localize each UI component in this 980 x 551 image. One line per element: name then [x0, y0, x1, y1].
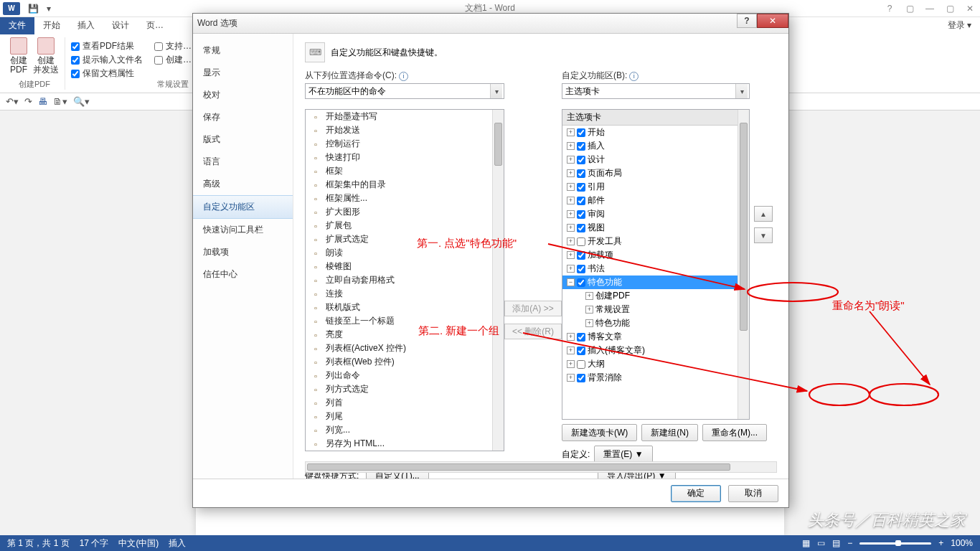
expand-icon[interactable]: +: [585, 306, 593, 314]
tree-checkbox[interactable]: [577, 360, 585, 369]
tree-item[interactable]: +页面布局: [562, 166, 749, 180]
dialog-nav-item[interactable]: 校对: [193, 84, 293, 106]
dialog-nav-item[interactable]: 常规: [193, 39, 293, 62]
move-down-button[interactable]: ▼: [754, 227, 773, 243]
dialog-nav-item[interactable]: 自定义功能区: [193, 195, 293, 219]
expand-icon[interactable]: +: [567, 333, 575, 341]
tree-item[interactable]: +背景消除: [562, 371, 749, 385]
tree-item[interactable]: +特色功能: [562, 316, 749, 330]
tree-checkbox[interactable]: [577, 347, 585, 355]
tree-scrollbar[interactable]: [738, 110, 749, 419]
info-icon[interactable]: i: [629, 72, 639, 81]
expand-icon[interactable]: +: [567, 360, 575, 368]
tree-item[interactable]: +开发工具: [562, 235, 749, 248]
dialog-nav-item[interactable]: 保存: [193, 106, 293, 128]
command-item[interactable]: ▫扩展包: [306, 219, 504, 232]
tree-item[interactable]: +插入(博客文章): [562, 344, 749, 357]
tree-checkbox[interactable]: [577, 265, 585, 273]
expand-icon[interactable]: +: [567, 169, 575, 177]
ok-button[interactable]: 确定: [671, 485, 721, 502]
command-item[interactable]: ▫列出命令: [306, 369, 504, 382]
command-item[interactable]: ▫棱锥图: [306, 260, 504, 273]
command-item[interactable]: ▫朗读: [306, 246, 504, 260]
tree-checkbox[interactable]: [577, 197, 585, 205]
tree-checkbox[interactable]: [577, 333, 585, 342]
command-item[interactable]: ▫亮度: [306, 328, 504, 342]
expand-icon[interactable]: +: [567, 251, 575, 259]
command-item[interactable]: ▫扩大图形: [306, 205, 504, 219]
dialog-nav-item[interactable]: 显示: [193, 62, 293, 84]
expand-icon[interactable]: +: [567, 374, 575, 382]
command-item[interactable]: ▫列表框(ActiveX 控件): [306, 342, 504, 355]
expand-icon[interactable]: +: [567, 156, 575, 164]
command-item[interactable]: ▫联机版式: [306, 301, 504, 314]
expand-icon[interactable]: +: [567, 210, 575, 218]
tree-checkbox[interactable]: [577, 156, 585, 164]
tree-checkbox[interactable]: [577, 183, 585, 192]
expand-icon[interactable]: +: [585, 319, 593, 327]
expand-icon[interactable]: +: [567, 224, 575, 232]
move-up-button[interactable]: ▲: [754, 206, 773, 222]
info-icon[interactable]: i: [399, 72, 408, 81]
command-item[interactable]: ▫控制运行: [306, 137, 504, 151]
command-item[interactable]: ▫开始墨迹书写: [306, 110, 504, 123]
expand-icon[interactable]: +: [585, 292, 593, 300]
tree-item[interactable]: +设计: [562, 153, 749, 166]
tree-checkbox[interactable]: [577, 169, 585, 178]
reset-button[interactable]: 重置(E) ▼: [594, 446, 652, 463]
expand-icon[interactable]: +: [567, 128, 575, 136]
tree-item[interactable]: +引用: [562, 180, 749, 194]
command-item[interactable]: ▫框架集中的目录: [306, 178, 504, 192]
command-item[interactable]: ▫列方式选定: [306, 382, 504, 396]
tree-item[interactable]: +开始: [562, 126, 749, 139]
expand-icon[interactable]: +: [567, 237, 575, 245]
new-tab-button[interactable]: 新建选项卡(W): [562, 424, 637, 441]
dialog-title-bar[interactable]: Word 选项 ? ✕: [193, 14, 788, 34]
command-item[interactable]: ▫列表框(Web 控件): [306, 355, 504, 369]
tree-item[interactable]: +视图: [562, 221, 749, 235]
new-group-button[interactable]: 新建组(N): [641, 424, 698, 441]
command-item[interactable]: ▫扩展式选定: [306, 232, 504, 246]
command-item[interactable]: ▫框架: [306, 164, 504, 178]
tree-checkbox[interactable]: [577, 251, 585, 260]
expand-icon[interactable]: +: [567, 265, 575, 273]
command-item[interactable]: ▫另存为 HTML...: [306, 437, 504, 451]
tree-checkbox[interactable]: [577, 210, 585, 219]
dialog-nav-item[interactable]: 加载项: [193, 241, 293, 263]
cancel-button[interactable]: 取消: [728, 485, 778, 502]
tree-item[interactable]: −特色功能: [562, 276, 749, 289]
tree-checkbox[interactable]: [577, 142, 585, 151]
command-item[interactable]: ▫列宽...: [306, 423, 504, 437]
tree-checkbox[interactable]: [577, 374, 585, 382]
tree-item[interactable]: +创建PDF: [562, 289, 749, 303]
expand-icon[interactable]: +: [567, 142, 575, 150]
command-item[interactable]: ▫列尾: [306, 410, 504, 423]
dialog-nav-item[interactable]: 快速访问工具栏: [193, 219, 293, 241]
commands-scrollbar[interactable]: [492, 110, 504, 451]
customize-ribbon-combo[interactable]: 主选项卡: [562, 83, 750, 99]
dialog-nav-item[interactable]: 信任中心: [193, 263, 293, 286]
dialog-help-icon[interactable]: ?: [737, 14, 757, 28]
expand-icon[interactable]: +: [567, 183, 575, 191]
command-item[interactable]: ▫框架属性...: [306, 192, 504, 205]
tree-checkbox[interactable]: [577, 128, 585, 137]
command-item[interactable]: ▫快速打印: [306, 151, 504, 164]
command-item[interactable]: ▫开始发送: [306, 123, 504, 137]
expand-icon[interactable]: +: [567, 197, 575, 204]
commands-listbox[interactable]: ▫开始墨迹书写▫开始发送▫控制运行▫快速打印▫框架▫框架集中的目录▫框架属性..…: [305, 109, 504, 451]
ribbon-tree[interactable]: 主选项卡 +开始+插入+设计+页面布局+引用+邮件+审阅+视图+开发工具+加载项…: [562, 109, 750, 420]
tree-item[interactable]: +书法: [562, 262, 749, 276]
command-item[interactable]: ▫列首: [306, 396, 504, 410]
dialog-nav-item[interactable]: 高级: [193, 173, 293, 195]
tree-item[interactable]: +邮件: [562, 194, 749, 207]
tree-item[interactable]: +博客文章: [562, 330, 749, 344]
dialog-close-icon[interactable]: ✕: [757, 14, 788, 28]
command-item[interactable]: ▫链接至上一个标题: [306, 314, 504, 328]
tree-item[interactable]: +常规设置: [562, 303, 749, 316]
expand-icon[interactable]: −: [567, 278, 575, 286]
command-item[interactable]: ▫连接: [306, 287, 504, 301]
command-item[interactable]: ▫立即自动套用格式: [306, 273, 504, 287]
pane-horizontal-scrollbar[interactable]: [305, 461, 777, 473]
expand-icon[interactable]: +: [567, 347, 575, 354]
tree-checkbox[interactable]: [577, 278, 585, 287]
